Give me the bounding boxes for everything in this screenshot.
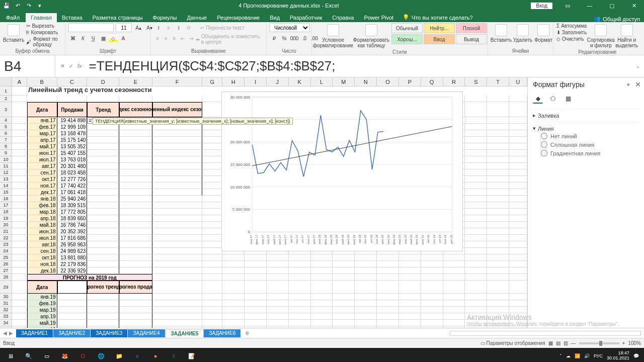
sort-filter-button[interactable]: Сортировка и фильтр [589,23,613,48]
inc-dec-icon[interactable]: .0 [300,34,309,43]
cancel-formula-icon[interactable]: ✕ [60,63,65,69]
format-table-button[interactable]: Форматировать как таблицу [353,23,389,48]
opera-icon[interactable]: O [74,349,92,362]
italic-icon[interactable]: К [78,34,88,43]
tray-up-icon[interactable]: ˄ [559,353,562,358]
align-right-icon[interactable]: ≡ [171,34,178,43]
comma-icon[interactable]: 000 [290,34,299,43]
font-size-input[interactable] [116,23,132,32]
font-color-icon[interactable]: A [119,34,128,43]
line-section-header[interactable]: ▾ Линия [533,125,639,132]
tab-help[interactable]: Справка [327,13,359,22]
sheet-nav-next-icon[interactable]: ▶ [9,330,13,336]
style-input[interactable]: Ввод [424,34,455,44]
app-icon[interactable]: ● [147,349,164,362]
currency-icon[interactable]: ₽ [270,34,279,43]
taskview-icon[interactable]: ▭ [38,349,55,362]
orient-icon[interactable]: ⟳ [184,23,193,32]
confirm-formula-icon[interactable]: ✓ [69,63,73,69]
pane-close-icon[interactable]: ✕ [635,80,641,88]
size-tab-icon[interactable]: ▦ [563,94,573,104]
name-box[interactable]: B4 [0,55,55,77]
indent-inc-icon[interactable]: ⇥ [187,34,195,43]
underline-icon[interactable]: Ч [89,34,98,43]
pane-dropdown-icon[interactable]: ▾ [627,81,630,88]
display-settings-button[interactable]: ▭ Параметры отображения [480,340,545,346]
find-button[interactable]: Найти и выделить [615,23,638,48]
redo-icon[interactable]: ↷ [25,2,32,9]
grow-font-icon[interactable]: A▴ [134,23,143,32]
style-good[interactable]: Хорош... [391,34,423,44]
number-format-select[interactable]: Числовой [270,23,310,32]
share-button[interactable]: 👥Общий доступ [594,16,640,22]
wifi-icon[interactable]: 📶 [575,353,580,358]
ribbon-opts-icon[interactable]: ▭ [557,0,578,11]
zoom-level[interactable]: 100% [628,340,641,346]
login-button[interactable]: Вход [531,3,552,9]
effects-tab-icon[interactable]: ⬠ [548,94,558,104]
sheet-tab-0[interactable]: ЗАДАНИЕ1 [16,329,53,337]
trend-chart[interactable]: 05 000 00010 000 00015 000 00020 000 000… [221,92,463,251]
border-icon[interactable]: ▦ [99,34,108,43]
sheet-tab-4[interactable]: ЗАДАНИЕ5 [166,329,204,337]
copy-button[interactable]: ⎘ Копировать [26,30,62,35]
tell-me[interactable]: 💡Что вы хотите сделать? [398,13,477,22]
delete-cells-button[interactable]: Удалить [513,23,532,43]
cut-button[interactable]: ✂ Вырезать [26,23,62,29]
edge-icon[interactable]: e [129,349,146,362]
font-family-input[interactable] [68,23,114,32]
tab-powerpivot[interactable]: Power Pivot [359,13,398,22]
qat-more-icon[interactable]: ▾ [36,2,43,9]
clock[interactable]: 18:4730.01.2021 [607,351,629,361]
firefox-icon[interactable]: 🦊 [56,349,73,362]
style-normal[interactable]: Обычный [391,23,423,33]
expand-formula-icon[interactable]: ⌄ [631,63,644,69]
save-icon[interactable]: 💾 [3,2,10,9]
tab-formulas[interactable]: Формулы [148,13,182,22]
clear-button[interactable]: ◇ Очистить [556,36,587,42]
lang-indicator[interactable]: РУС [594,353,603,358]
close-icon[interactable]: ✕ [624,0,644,11]
gradient-line-radio[interactable]: Градиентная линия [533,149,639,157]
zoom-out-icon[interactable]: — [571,340,576,346]
chrome-icon[interactable]: 🌐 [93,349,110,362]
align-left-icon[interactable]: ≡ [154,34,162,43]
maximize-icon[interactable]: ▢ [602,0,622,11]
sheet-tab-5[interactable]: ЗАДАНИЕ6 [204,329,241,337]
tab-developer[interactable]: Разработчик [285,13,327,22]
paste-button[interactable]: Вставить [3,23,24,43]
view-layout-icon[interactable]: ▤ [556,340,560,346]
view-break-icon[interactable]: ▥ [564,340,568,346]
tab-layout[interactable]: Разметка страницы [88,13,148,22]
cond-format-button[interactable]: Условное форматирование [315,23,351,48]
format-painter-button[interactable]: 🖌 Формат по образцу [26,36,62,47]
merge-button[interactable]: ⬌ Объединить и поместить в центре [196,34,263,45]
add-sheet-icon[interactable]: ⊕ [241,330,253,336]
notepad-icon[interactable]: 📝 [183,349,200,362]
bold-icon[interactable]: Ж [68,34,77,43]
view-normal-icon[interactable]: ▦ [548,340,553,346]
align-top-icon[interactable]: ⬆ [154,23,163,32]
sound-icon[interactable]: 🔊 [584,353,590,358]
sheet-nav-prev-icon[interactable]: ◀ [3,330,7,336]
fill-color-icon[interactable]: ◇ [109,34,118,43]
explorer-icon[interactable]: 📁 [111,349,128,362]
zoom-in-icon[interactable]: + [622,340,625,346]
fill-button[interactable]: ⬇ Заполнить [556,30,587,35]
fx-icon[interactable]: fx [77,63,82,69]
start-button[interactable]: ⊞ [2,349,19,362]
tab-review[interactable]: Рецензирование [212,13,265,22]
no-line-radio[interactable]: Нет линий [533,132,639,140]
style-output[interactable]: Вывод [456,34,487,44]
onedrive-icon[interactable]: ☁ [566,353,571,358]
align-mid-icon[interactable]: ≡ [164,23,173,32]
align-center-icon[interactable]: ≡ [163,34,170,43]
wrap-text-button[interactable]: ↵ Перенести текст [200,23,245,32]
fill-line-tab-icon[interactable]: ◆ [533,94,543,104]
indent-dec-icon[interactable]: ⇤ [179,34,187,43]
sheet-tab-1[interactable]: ЗАДАНИЕ2 [53,329,91,337]
undo-icon[interactable]: ↶ [14,2,21,9]
sheet-tab-3[interactable]: ЗАДАНИЕ4 [128,329,165,337]
tab-data[interactable]: Данные [182,13,212,22]
solid-line-radio[interactable]: Сплошная линия [533,140,639,149]
